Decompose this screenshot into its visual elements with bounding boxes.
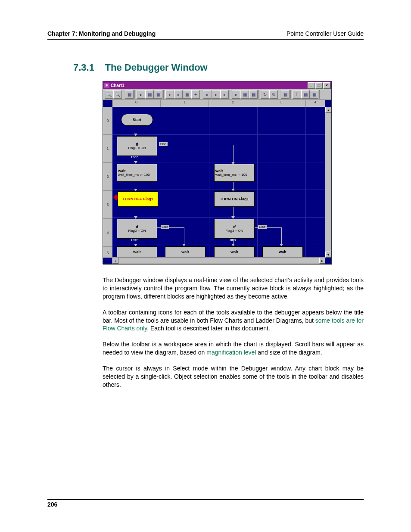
tool-icon[interactable]: ▸ <box>137 90 145 99</box>
wait-block[interactable]: wait <box>262 246 303 258</box>
else-label: Else <box>159 142 168 146</box>
if-block-flag1[interactable]: If Flag1 = ON <box>117 136 157 156</box>
turn-off-block[interactable]: TURN OFF Flag1 <box>118 191 158 207</box>
scroll-up-icon[interactable]: ▴ <box>325 107 331 113</box>
tool-icon[interactable]: ▸ <box>220 90 229 99</box>
maximize-button[interactable]: □ <box>315 82 323 89</box>
row-index: 0 <box>103 107 112 135</box>
zoom-in-icon[interactable]: 🔍 <box>105 90 113 99</box>
tool-icon[interactable]: ▦ <box>310 90 318 99</box>
then-label: Then <box>131 155 138 159</box>
if-block-flag3[interactable]: If Flag3 = ON <box>214 219 255 239</box>
zoom-out-icon[interactable]: 🔍 <box>113 90 122 99</box>
paragraph-2: A toolbar containing icons for each of t… <box>103 308 364 333</box>
debugger-window: F Chart1 _ □ × 🔍🔍 ▦ ▸▦▦ ▸▸▦✦ ▸▸▸ ▸▦▦ ↻↻ … <box>103 81 332 264</box>
tool-icon[interactable]: T <box>293 90 301 99</box>
tool-icon[interactable]: ↻ <box>261 90 269 99</box>
window-title: Chart1 <box>111 83 125 88</box>
vertical-scrollbar[interactable]: ▴ ▾ <box>325 107 331 258</box>
app-icon: F <box>104 83 109 88</box>
row-index: 3 <box>103 191 112 219</box>
else-label: Else <box>258 225 267 229</box>
header-rule <box>47 39 364 40</box>
footer-rule <box>47 499 364 500</box>
col-index: 2 <box>209 100 257 107</box>
tool-icon[interactable]: ▸ <box>165 90 174 99</box>
body-text: The Debugger window displays a real-time… <box>103 276 364 389</box>
tool-icon[interactable]: ▦ <box>301 90 310 99</box>
minimize-button[interactable]: _ <box>308 82 315 89</box>
paragraph-1: The Debugger window displays a real-time… <box>103 276 364 301</box>
column-header: 0 1 2 3 4 <box>112 100 325 107</box>
tool-icon[interactable]: ✦ <box>191 90 200 99</box>
section-number: 7.3.1 <box>73 62 94 73</box>
if-condition: Flag2 = ON <box>128 229 146 233</box>
scroll-down-icon[interactable]: ▾ <box>325 252 331 258</box>
if-block-flag2[interactable]: If Flag2 = ON <box>117 219 157 239</box>
wait-block-right[interactable]: wait wait_time_ms := 100 <box>214 164 255 182</box>
section-heading: 7.3.1 The Debugger Window <box>73 61 364 73</box>
tool-icon[interactable]: ▸ <box>232 90 240 99</box>
wait-block-left[interactable]: wait wait_time_ms := 100 <box>117 164 157 182</box>
row-index: 2 <box>103 163 112 191</box>
section-title: The Debugger Window <box>105 62 208 73</box>
wait-block[interactable]: wait <box>117 246 157 258</box>
if-condition: Flag3 = ON <box>225 229 243 233</box>
horizontal-scrollbar[interactable]: ◂ ▸ <box>112 257 325 264</box>
col-index: 1 <box>161 100 209 107</box>
paragraph-4: The cursor is always in Select mode with… <box>103 364 364 389</box>
header-chapter: Chapter 7: Monitoring and Debugging <box>47 30 156 37</box>
tool-icon[interactable]: ▦ <box>145 90 154 99</box>
debugger-toolbar: 🔍🔍 ▦ ▸▦▦ ▸▸▦✦ ▸▸▸ ▸▦▦ ↻↻ ▦ T▦▦ <box>103 89 331 100</box>
col-index: 0 <box>112 100 161 107</box>
row-index: 5 <box>103 247 112 259</box>
if-condition: Flag1 = ON <box>128 146 146 150</box>
workspace: 0 1 2 3 4 0 1 2 3 4 5 <box>103 100 331 264</box>
then-label: Then <box>131 238 138 242</box>
tool-icon[interactable]: ▦ <box>125 90 134 99</box>
wait-block[interactable]: wait <box>165 246 206 258</box>
magnification-link[interactable]: magnification level <box>206 349 256 356</box>
chart-canvas[interactable]: Start If Flag1 = ON Then Else wait wait_… <box>112 107 325 258</box>
col-index: 4 <box>306 100 325 107</box>
window-titlebar[interactable]: F Chart1 _ □ × <box>103 81 331 89</box>
row-header: 0 1 2 3 4 5 <box>103 107 113 258</box>
scroll-right-icon[interactable]: ▸ <box>319 258 325 264</box>
else-label: Else <box>161 225 169 229</box>
page-number: 206 <box>47 501 364 508</box>
start-block[interactable]: Start <box>121 114 153 126</box>
wait-block[interactable]: wait <box>214 246 255 258</box>
tool-icon[interactable]: ▦ <box>240 90 249 99</box>
tool-icon[interactable]: ↻ <box>269 90 278 99</box>
tool-icon[interactable]: ▸ <box>174 90 183 99</box>
tool-icon[interactable]: ▸ <box>203 90 212 99</box>
paragraph-3: Below the toolbar is a workspace area in… <box>103 340 364 357</box>
wait-sub: wait_time_ms := 100 <box>118 173 150 177</box>
tool-icon[interactable]: ▦ <box>249 90 258 99</box>
tool-icon[interactable]: ▦ <box>154 90 162 99</box>
turn-on-block[interactable]: TURN ON Flag1 <box>214 191 255 207</box>
row-index: 4 <box>103 219 112 247</box>
row-index: 1 <box>103 135 112 163</box>
close-button[interactable]: × <box>323 82 330 89</box>
col-index: 3 <box>257 100 305 107</box>
wait-sub: wait_time_ms := 100 <box>215 173 247 177</box>
tool-icon[interactable]: ▦ <box>183 90 191 99</box>
scroll-left-icon[interactable]: ◂ <box>112 258 118 264</box>
then-label: Then <box>228 238 236 242</box>
tool-icon[interactable]: ▦ <box>281 90 290 99</box>
header-guide: Pointe Controller User Guide <box>286 30 364 37</box>
tool-icon[interactable]: ▸ <box>212 90 220 99</box>
